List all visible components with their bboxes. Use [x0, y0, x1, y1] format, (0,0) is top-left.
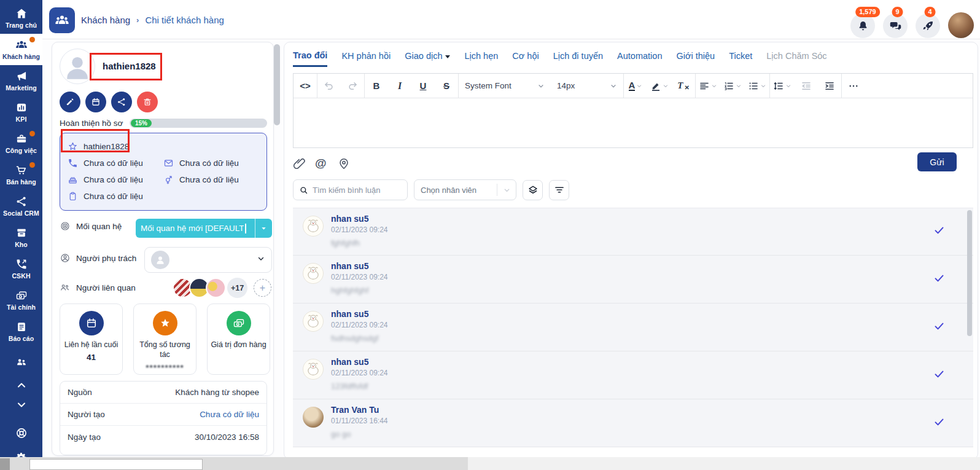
sidebar-item-home[interactable]: Trang chủ [0, 2, 42, 34]
notifications-button[interactable]: 1,579 [850, 14, 875, 38]
ordered-list-button[interactable] [720, 74, 745, 98]
assignee-select[interactable] [144, 247, 272, 273]
check-icon[interactable] [933, 368, 945, 382]
comment-item[interactable]: nhan su5 02/11/2023 09:24 fsdhsdghsdgf [293, 304, 973, 351]
underline-button[interactable]: U [411, 74, 435, 98]
text-color-button[interactable]: A [624, 74, 647, 98]
filter-comments-button[interactable] [549, 180, 569, 200]
tab-trao-doi[interactable]: Trao đổi [293, 50, 327, 67]
redo-button[interactable] [341, 74, 364, 98]
edit-button[interactable] [60, 92, 80, 112]
sidebar-item-sales[interactable]: Bán hàng [0, 159, 42, 190]
comment-item[interactable]: nhan su5 02/11/2023 09:24 hghfghfghf [293, 256, 973, 304]
messages-button[interactable]: 9 [883, 14, 908, 38]
sidebar-item-cskh[interactable]: CSKH [0, 253, 42, 284]
sidebar-item-kpi[interactable]: KPI [0, 96, 42, 128]
sidebar-item-social-crm[interactable]: Social CRM [0, 190, 42, 222]
send-button[interactable]: Gửi [917, 152, 957, 171]
comment-author[interactable]: nhan su5 [331, 357, 368, 367]
tab-lich-hen[interactable]: Lịch hẹn [464, 51, 498, 66]
schedule-button[interactable] [85, 92, 106, 112]
highlight-color-button[interactable] [647, 74, 672, 98]
paperclip-icon[interactable] [293, 157, 306, 170]
sidebar-scroll-down[interactable] [0, 396, 42, 413]
bold-button[interactable]: B [365, 74, 388, 98]
location-icon[interactable] [337, 157, 351, 170]
related-avatar[interactable] [206, 278, 226, 298]
sidebar-item-tasks[interactable]: Công việc [0, 128, 42, 159]
add-related-button[interactable]: + [254, 279, 271, 297]
sidebar-item-finance[interactable]: Tài chính [0, 284, 42, 316]
comment-author[interactable]: nhan su5 [331, 309, 368, 319]
sidebar-item-reports[interactable]: Báo cáo [0, 316, 42, 347]
undo-button[interactable] [317, 74, 341, 98]
notification-dot [29, 131, 35, 136]
tab-ticket[interactable]: Ticket [729, 51, 752, 66]
check-icon[interactable] [933, 320, 945, 334]
messages-badge: 9 [892, 7, 903, 17]
tab-lich-di-tuyen[interactable]: Lịch đi tuyến [553, 51, 603, 66]
comment-list: nhan su5 02/11/2023 09:24 fghfghfh nhan … [293, 208, 973, 447]
more-tools-button[interactable] [842, 74, 865, 98]
strikethrough-button[interactable]: S [435, 74, 458, 98]
italic-button[interactable]: I [388, 74, 411, 98]
outdent-button[interactable] [795, 74, 818, 98]
meta-value[interactable]: Chưa có dữ liệu [200, 410, 259, 419]
phone-icon [68, 158, 78, 168]
sidebar-item-label: Kho [15, 241, 28, 248]
comment-item[interactable]: nhan su5 02/11/2023 09:24 fghfghfh [293, 208, 973, 256]
sidebar-item-warehouse[interactable]: Kho [0, 222, 42, 253]
check-icon[interactable] [933, 416, 945, 430]
employee-select[interactable]: Chọn nhân viên [414, 179, 516, 200]
breadcrumb-section[interactable]: Khách hàng [81, 15, 130, 25]
customer-avatar[interactable] [60, 49, 95, 84]
stat-order-value[interactable]: Giá trị đơn hàng [207, 304, 270, 375]
tab-lich-cham-soc[interactable]: Lịch Chăm Sóc [766, 51, 826, 66]
sidebar-item-customers[interactable]: Khách hàng [0, 34, 42, 65]
comment-search-input[interactable] [313, 186, 402, 195]
delete-button[interactable] [137, 92, 158, 112]
comment-author[interactable]: nhan su5 [331, 214, 368, 224]
share-button[interactable] [111, 92, 132, 112]
line-height-button[interactable] [770, 74, 795, 98]
sidebar-help[interactable] [0, 422, 42, 444]
clear-format-button[interactable]: T✕ [672, 74, 695, 98]
assignee-avatar-placeholder [151, 251, 169, 269]
user-avatar[interactable] [948, 12, 974, 38]
font-family-select[interactable]: System Font [459, 74, 551, 98]
comments-scrollbar[interactable] [967, 210, 972, 336]
sidebar-item-marketing[interactable]: Marketing [0, 65, 42, 96]
comment-author[interactable]: nhan su5 [331, 261, 368, 271]
indent-button[interactable] [818, 74, 841, 98]
customer-name: hathien1828 [103, 61, 156, 71]
stat-total-interactions[interactable]: Tổng số tương tác ********** [133, 304, 196, 375]
comment-item[interactable]: nhan su5 02/11/2023 09:24 123fdffsfdf [293, 351, 973, 399]
group-comments-button[interactable] [523, 180, 543, 200]
updates-button[interactable]: 4 [916, 14, 940, 38]
relationship-select[interactable]: Mối quan hệ mới [DEFAULT [136, 219, 272, 238]
sidebar-item-meeting[interactable] [0, 352, 42, 373]
tab-co-hoi[interactable]: Cơ hội [512, 51, 539, 66]
sidebar-item-label: Khách hàng [2, 53, 40, 60]
stat-last-contact[interactable]: Liên hệ lần cuối 41 [60, 304, 123, 375]
related-extra-count[interactable]: +17 [227, 278, 247, 298]
editor-text-area[interactable] [294, 98, 973, 147]
code-view-button[interactable]: <> [294, 74, 317, 98]
align-button[interactable] [696, 74, 720, 98]
sidebar-scroll-up[interactable] [0, 377, 42, 394]
comment-author[interactable]: Tran Van Tu [331, 405, 379, 415]
tab-giao-dich[interactable]: Giao dịch [405, 51, 450, 66]
tab-gioi-thieu[interactable]: Giới thiệu [676, 51, 715, 66]
tab-kh-phan-hoi[interactable]: KH phản hồi [341, 51, 391, 66]
caret-down-icon[interactable] [255, 219, 272, 238]
share-nodes-icon [117, 97, 126, 107]
profile-scrollbar[interactable] [274, 44, 280, 125]
font-size-select[interactable]: 14px [551, 74, 623, 98]
check-icon[interactable] [933, 225, 945, 239]
bullet-list-button[interactable] [745, 74, 769, 98]
lifebuoy-icon [15, 427, 28, 439]
tab-automation[interactable]: Automation [617, 51, 662, 66]
at-mention-icon[interactable]: @ [315, 157, 329, 170]
check-icon[interactable] [933, 272, 945, 286]
comment-item[interactable]: Tran Van Tu 01/11/2023 16:44 go go [293, 399, 973, 447]
